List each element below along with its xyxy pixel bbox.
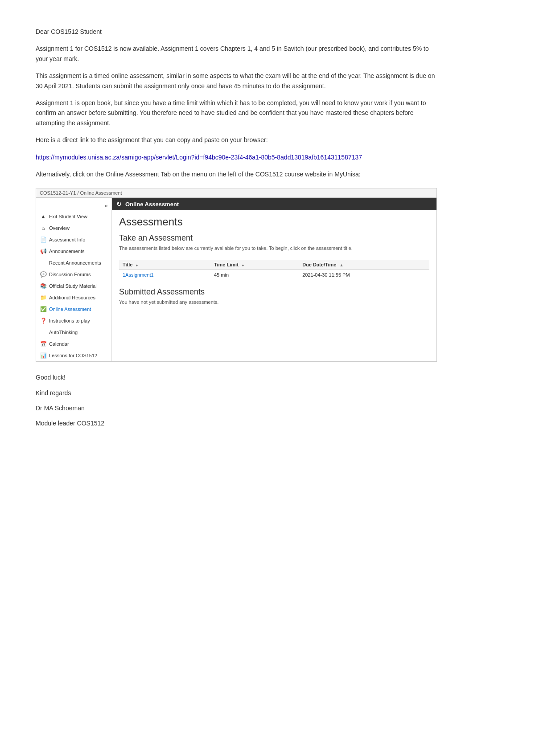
good-luck: Good luck! (36, 372, 437, 382)
col-title: Title ⬥ (119, 260, 210, 270)
greeting: Dear COS1512 Student (36, 27, 437, 37)
assessment-table: Title ⬥ Time Limit ⬥ Due Date/Time ▲ (119, 260, 429, 280)
sidebar-label-online-assessment: Online Assessment (49, 306, 91, 312)
take-assessment-description: The assessments listed below are current… (119, 245, 429, 253)
discussion-icon: 💬 (40, 271, 47, 278)
exit-student-view-icon: ▲ (40, 213, 47, 220)
sign-off: Good luck! Kind regards Dr MA Schoeman M… (36, 372, 437, 429)
paragraph5: Alternatively, click on the Online Asses… (36, 169, 437, 179)
screenshot-inner: « ▲ Exit Student View ⌂ Overview 📄 Asses… (36, 198, 436, 361)
sidebar-label-calendar: Calendar (49, 341, 69, 347)
sidebar-label-announcements: Announcements (49, 249, 85, 254)
email-body: Dear COS1512 Student Assignment 1 for CO… (36, 27, 437, 429)
assignment-link[interactable]: https://mymodules.unisa.ac.za/samigo-app… (36, 152, 437, 162)
sort-due-icon[interactable]: ▲ (339, 263, 343, 267)
sidebar-label-assessment-info: Assessment Info (49, 237, 85, 242)
submitted-assessments-heading: Submitted Assessments (119, 287, 429, 297)
announcements-icon: 📢 (40, 248, 47, 255)
cell-due-date: 2021-04-30 11:55 PM (299, 270, 429, 280)
col-due-date: Due Date/Time ▲ (299, 260, 429, 270)
calendar-icon: 📅 (40, 340, 47, 347)
sidebar-item-calendar[interactable]: 📅 Calendar (36, 338, 111, 350)
recent-announcements-icon (40, 259, 47, 266)
cell-title: 1Assignment1 (119, 270, 210, 280)
paragraph1: Assignment 1 for COS1512 is now availabl… (36, 44, 437, 64)
document-icon: 📄 (40, 236, 47, 243)
paragraph2: This assignment is a timed online assess… (36, 71, 437, 91)
sidebar-item-official-study-material[interactable]: 📚 Official Study Material (36, 280, 111, 292)
main-header-title: Online Assessment (125, 201, 179, 208)
online-assessment-icon: ✅ (40, 306, 47, 313)
sidebar-item-overview[interactable]: ⌂ Overview (36, 222, 111, 234)
sidebar-label-instructions-to-play: Instructions to play (49, 318, 90, 323)
sidebar-item-assessment-info[interactable]: 📄 Assessment Info (36, 234, 111, 245)
table-row: 1Assignment1 45 min 2021-04-30 11:55 PM (119, 270, 429, 280)
sidebar-item-announcements[interactable]: 📢 Announcements (36, 245, 111, 257)
take-assessment-heading: Take an Assessment (119, 233, 429, 243)
additional-resources-icon: 📁 (40, 294, 47, 301)
paragraph4: Here is a direct link to the assignment … (36, 135, 437, 145)
instructions-icon: ❓ (40, 317, 47, 324)
autothinking-icon (40, 329, 47, 336)
sidebar-label-discussion-forums: Discussion Forums (49, 272, 91, 277)
sidebar-item-exit-student-view[interactable]: ▲ Exit Student View (36, 211, 111, 222)
screenshot-container: COS1512-21-Y1 / Online Assessment « ▲ Ex… (36, 188, 437, 362)
submitted-assessments-description: You have not yet submitted any assessmen… (119, 298, 429, 306)
cell-time-limit: 45 min (210, 270, 299, 280)
sidebar: « ▲ Exit Student View ⌂ Overview 📄 Asses… (36, 198, 112, 361)
sidebar-collapse-button[interactable]: « (36, 200, 111, 211)
sidebar-item-instructions-to-play[interactable]: ❓ Instructions to play (36, 315, 111, 327)
assessments-heading: Assessments (119, 216, 429, 228)
home-icon: ⌂ (40, 225, 47, 232)
sort-title-icon[interactable]: ⬥ (136, 263, 138, 267)
sidebar-item-recent-announcements[interactable]: Recent Announcements (36, 257, 111, 269)
sidebar-label-recent-announcements: Recent Announcements (49, 260, 101, 266)
author-name: Dr MA Schoeman (36, 403, 437, 413)
refresh-icon: ↻ (116, 200, 122, 208)
sidebar-label-overview: Overview (49, 225, 70, 231)
sort-time-icon[interactable]: ⬥ (242, 263, 244, 267)
main-content: ↻ Online Assessment Assessments Take an … (112, 198, 436, 361)
sidebar-item-online-assessment[interactable]: ✅ Online Assessment (36, 303, 111, 315)
assignment-title-link[interactable]: 1Assignment1 (123, 272, 154, 278)
collapse-icon: « (105, 202, 108, 209)
paragraph3: Assignment 1 is open book, but since you… (36, 98, 437, 128)
assignment-link-anchor[interactable]: https://mymodules.unisa.ac.za/samigo-app… (36, 154, 362, 161)
sidebar-item-lessons-for-cos1512[interactable]: 📊 Lessons for COS1512 (36, 350, 111, 361)
col-time-limit: Time Limit ⬥ (210, 260, 299, 270)
main-header: ↻ Online Assessment (112, 198, 436, 210)
sidebar-label-exit-student-view: Exit Student View (49, 214, 87, 219)
sidebar-item-autothinking[interactable]: AutoThinking (36, 327, 111, 338)
sidebar-item-discussion-forums[interactable]: 💬 Discussion Forums (36, 269, 111, 280)
sidebar-item-additional-resources[interactable]: 📁 Additional Resources (36, 292, 111, 303)
sidebar-label-lessons-for-cos1512: Lessons for COS1512 (49, 353, 97, 358)
kind-regards: Kind regards (36, 388, 437, 398)
sidebar-label-autothinking: AutoThinking (49, 330, 78, 335)
lessons-icon: 📊 (40, 352, 47, 359)
author-title: Module leader COS1512 (36, 418, 437, 428)
sidebar-label-official-study-material: Official Study Material (49, 283, 97, 289)
breadcrumb: COS1512-21-Y1 / Online Assessment (36, 188, 436, 198)
sidebar-label-additional-resources: Additional Resources (49, 295, 95, 300)
study-material-icon: 📚 (40, 282, 47, 290)
